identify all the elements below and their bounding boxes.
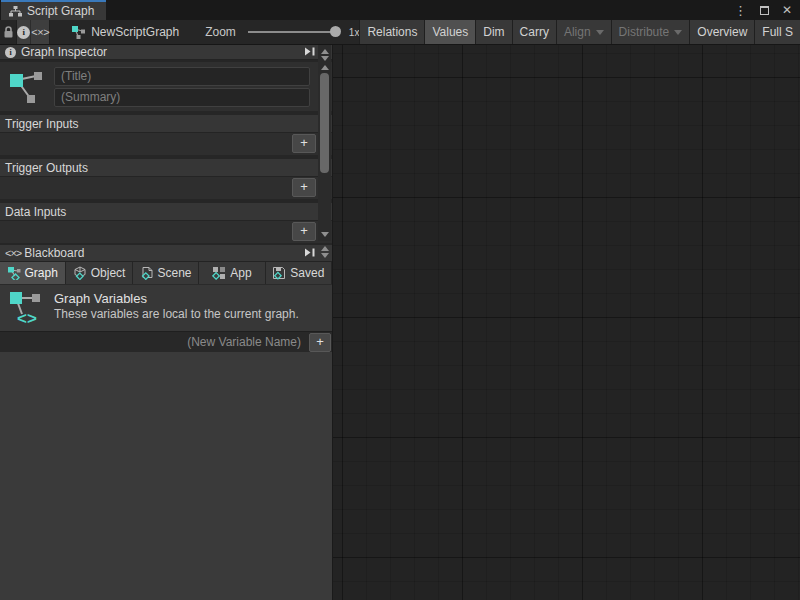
- add-data-input-button[interactable]: +: [292, 222, 316, 241]
- title-field[interactable]: [54, 67, 310, 86]
- blackboard-empty-area: [0, 352, 332, 600]
- new-variable-input[interactable]: [0, 332, 308, 352]
- chevron-down-icon: [674, 30, 682, 35]
- cube-icon: [73, 266, 87, 280]
- tab-graph[interactable]: Graph: [0, 262, 66, 284]
- chevron-down-icon: [596, 30, 604, 35]
- hierarchy-icon: [9, 6, 22, 17]
- svg-text:<>: <>: [17, 309, 37, 328]
- code-brackets-icon: <×>: [31, 26, 49, 38]
- overview-button[interactable]: Overview: [689, 20, 754, 44]
- inspector-toggle-button[interactable]: i: [16, 20, 30, 44]
- window-menu-icon[interactable]: ⋮: [734, 4, 747, 17]
- trigger-inputs-list: +: [0, 133, 332, 155]
- trigger-outputs-header: Trigger Outputs: [0, 159, 332, 177]
- blackboard-title: Blackboard: [24, 246, 84, 260]
- data-inputs-list: +: [0, 221, 332, 243]
- window-tab-bar: Script Graph ⋮ ✕: [0, 0, 800, 20]
- graph-canvas[interactable]: [332, 45, 800, 600]
- panel-expand-icon[interactable]: [304, 45, 315, 59]
- align-dropdown-button[interactable]: Align: [556, 20, 611, 44]
- zoom-label: Zoom: [205, 25, 236, 39]
- info-icon: i: [17, 26, 30, 39]
- code-brackets-icon: <×>: [5, 247, 21, 259]
- panel-expand-icon[interactable]: [304, 246, 315, 260]
- lock-icon: [3, 26, 14, 39]
- scroll-down-icon[interactable]: [321, 56, 329, 61]
- toolbar-button-group: Relations Values Dim Carry Align Distrib…: [359, 20, 800, 44]
- add-variable-button[interactable]: +: [309, 333, 331, 352]
- close-icon[interactable]: ✕: [782, 4, 792, 16]
- tab-object[interactable]: Object: [66, 262, 132, 284]
- add-trigger-input-button[interactable]: +: [292, 134, 316, 153]
- graph-title-summary-block: [0, 62, 332, 111]
- script-graph-icon: [72, 26, 85, 39]
- scroll-down-icon[interactable]: [321, 232, 329, 237]
- blackboard-scrollbar[interactable]: [318, 245, 331, 260]
- graph-variables-icon: [8, 267, 21, 280]
- blackboard-tab-strip: Graph Object Scene: [0, 262, 332, 284]
- scroll-up-icon[interactable]: [321, 49, 329, 54]
- tab-scene[interactable]: Scene: [133, 262, 199, 284]
- zoom-slider[interactable]: [248, 31, 340, 33]
- tab-app[interactable]: App: [199, 262, 265, 284]
- data-inputs-header: Data Inputs: [0, 203, 332, 221]
- lock-button[interactable]: [0, 20, 16, 44]
- graph-name-label: NewScriptGraph: [91, 25, 179, 39]
- zoom-slider-knob[interactable]: [330, 26, 341, 37]
- scroll-down-icon[interactable]: [321, 253, 329, 258]
- values-button[interactable]: Values: [424, 20, 475, 44]
- maximize-icon[interactable]: [760, 6, 769, 15]
- graph-toolbar: i <×> NewScriptGraph Zoom 1x Relations V…: [0, 20, 800, 45]
- dim-button[interactable]: Dim: [475, 20, 511, 44]
- sidebar: i Graph Inspector Trigger: [0, 45, 332, 600]
- window-controls: ⋮ ✕: [734, 0, 792, 20]
- scroll-up-icon[interactable]: [321, 65, 329, 70]
- info-icon: i: [5, 47, 16, 58]
- tab-script-graph[interactable]: Script Graph: [1, 0, 106, 20]
- graph-inspector-header[interactable]: i Graph Inspector: [0, 45, 332, 60]
- blackboard-header[interactable]: <×> Blackboard: [0, 245, 332, 262]
- scene-icon: [140, 266, 154, 280]
- scrollbar-thumb[interactable]: [320, 73, 329, 173]
- trigger-outputs-list: +: [0, 177, 332, 199]
- new-variable-row: +: [0, 331, 332, 352]
- zoom-value: 1x: [349, 27, 360, 38]
- script-graph-icon: [6, 65, 46, 108]
- scroll-up-icon[interactable]: [321, 246, 329, 251]
- graph-variables-info: <> Graph Variables These variables are l…: [0, 284, 332, 331]
- tab-title: Script Graph: [27, 4, 94, 18]
- full-screen-button[interactable]: Full S: [754, 20, 800, 44]
- add-trigger-output-button[interactable]: +: [292, 178, 316, 197]
- summary-field[interactable]: [54, 88, 310, 107]
- script-graph-window: Script Graph ⋮ ✕ i <×>: [0, 0, 800, 600]
- graph-inspector-title: Graph Inspector: [21, 45, 107, 59]
- graph-variables-description: These variables are local to the current…: [54, 307, 299, 322]
- zoom-control: Zoom 1x: [205, 20, 359, 44]
- blackboard-toggle-button[interactable]: <×>: [30, 20, 50, 44]
- floppy-icon: [272, 266, 286, 280]
- relations-button[interactable]: Relations: [359, 20, 424, 44]
- graph-variables-title: Graph Variables: [54, 290, 299, 307]
- trigger-inputs-header: Trigger Inputs: [0, 115, 332, 133]
- tab-saved[interactable]: Saved: [266, 262, 332, 284]
- inspector-scrollbar[interactable]: [318, 45, 331, 241]
- app-grid-icon: [212, 266, 226, 280]
- variables-icon: <>: [8, 290, 44, 328]
- distribute-dropdown-button[interactable]: Distribute: [611, 20, 690, 44]
- graph-name-breadcrumb[interactable]: NewScriptGraph: [72, 20, 179, 44]
- carry-button[interactable]: Carry: [512, 20, 556, 44]
